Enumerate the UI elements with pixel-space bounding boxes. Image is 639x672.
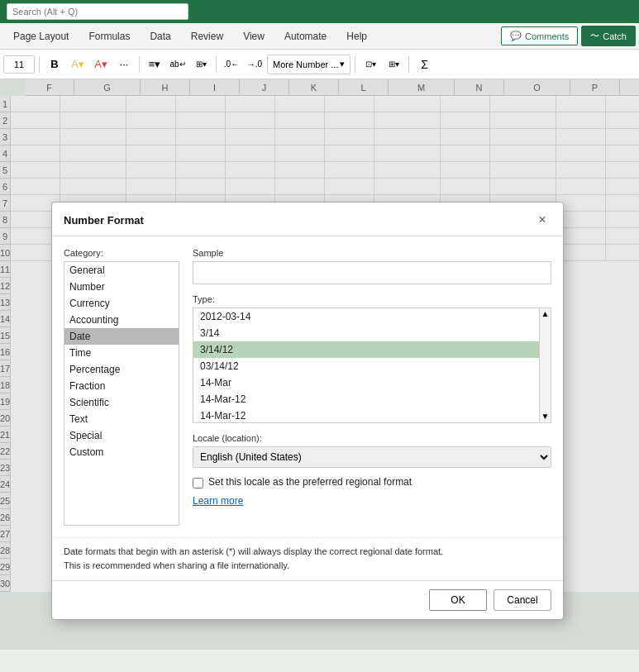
tab-help[interactable]: Help <box>336 26 377 47</box>
tab-data[interactable]: Data <box>140 26 180 47</box>
merge-button[interactable]: ⊞▾ <box>190 55 212 74</box>
number-format-buttons: .0← →.0 <box>221 55 265 74</box>
tab-automate[interactable]: Automate <box>274 26 336 47</box>
locale-checkbox[interactable] <box>193 478 203 489</box>
tab-page-layout[interactable]: Page Layout <box>3 26 79 47</box>
category-list-wrapper[interactable]: General Number Currency Accounting Date … <box>64 261 179 526</box>
dialog-close-button[interactable]: × <box>533 211 551 229</box>
separator-4 <box>355 56 355 73</box>
type-list: 2012-03-14 3/14 3/14/12 03/14/12 14-Mar … <box>193 308 551 423</box>
category-item-special[interactable]: Special <box>64 427 179 444</box>
type-scroll-down-button[interactable]: ▼ <box>540 411 551 422</box>
tab-formulas[interactable]: Formulas <box>79 26 140 47</box>
category-item-accounting[interactable]: Accounting <box>64 312 179 328</box>
category-item-text[interactable]: Text <box>64 411 179 427</box>
type-item-4[interactable]: 14-Mar <box>193 374 551 391</box>
more-number-button[interactable]: More Number ... ▾ <box>267 55 350 74</box>
dialog-body: Category: General Number Currency Accoun… <box>52 236 563 537</box>
type-item-1[interactable]: 3/14 <box>193 325 551 341</box>
category-item-date[interactable]: Date <box>64 328 179 345</box>
highlight-button[interactable]: A▾ <box>67 55 88 74</box>
number-format-dialog: Number Format × Category: General Number… <box>51 202 564 620</box>
type-label: Type: <box>193 294 551 304</box>
modal-overlay: Number Format × Category: General Number… <box>0 79 639 650</box>
ellipsis-button[interactable]: ··· <box>113 55 135 74</box>
font-size-input[interactable] <box>3 55 35 74</box>
increase-decimal-button[interactable]: →.0 <box>244 55 265 74</box>
separator-2 <box>139 56 140 73</box>
category-list: General Number Currency Accounting Date … <box>64 262 179 460</box>
ribbon-actions: 💬 Comments 〜 Catch <box>501 26 636 46</box>
more-number-chevron-icon: ▾ <box>340 59 345 69</box>
spreadsheet: F G H I J K L M N O P Q 1 2 3 4 5 6 7 8 … <box>0 79 639 650</box>
type-item-0[interactable]: 2012-03-14 <box>193 308 551 325</box>
type-scrollbar[interactable]: ▲ ▼ <box>539 308 551 422</box>
decrease-decimal-button[interactable]: .0← <box>221 55 242 74</box>
category-item-custom[interactable]: Custom <box>64 444 179 460</box>
catch-label: Catch <box>603 31 627 41</box>
type-item-3[interactable]: 03/14/12 <box>193 358 551 374</box>
dialog-footer: OK Cancel <box>52 580 563 619</box>
separator-1 <box>39 56 40 73</box>
ok-button[interactable]: OK <box>429 589 487 611</box>
locale-select[interactable]: English (United States) English (United … <box>193 446 551 468</box>
locale-checkbox-row: Set this locale as the preferred regiona… <box>193 476 551 489</box>
ribbon-tabs: Page Layout Formulas Data Review View Au… <box>0 23 639 50</box>
sum-button[interactable]: Σ <box>413 55 435 74</box>
align-button[interactable]: ≡▾ <box>144 55 165 74</box>
category-label: Category: <box>64 248 179 258</box>
catch-icon: 〜 <box>590 30 599 42</box>
sample-box <box>193 261 551 284</box>
search-input[interactable] <box>7 3 188 20</box>
category-item-fraction[interactable]: Fraction <box>64 378 179 394</box>
category-panel: Category: General Number Currency Accoun… <box>64 248 179 526</box>
type-list-wrapper[interactable]: 2012-03-14 3/14 3/14/12 03/14/12 14-Mar … <box>193 307 551 423</box>
right-panel: Sample Type: 2012-03-14 3/14 3/14/12 03/… <box>193 248 551 526</box>
separator-5 <box>408 56 409 73</box>
category-item-number[interactable]: Number <box>64 279 179 295</box>
dialog-description: Date formats that begin with an asterisk… <box>52 537 563 580</box>
type-scroll-up-button[interactable]: ▲ <box>540 308 551 320</box>
toolbar: B A▾ A▾ ··· ≡▾ ab↵ ⊞▾ .0← →.0 More Numbe… <box>0 50 639 79</box>
locale-label: Locale (location): <box>193 433 551 443</box>
cancel-button[interactable]: Cancel <box>494 589 551 611</box>
comments-label: Comments <box>525 31 569 41</box>
category-item-time[interactable]: Time <box>64 345 179 361</box>
comments-button[interactable]: 💬 Comments <box>501 26 578 45</box>
cell-style-button[interactable]: ⊡▾ <box>360 55 381 74</box>
category-item-percentage[interactable]: Percentage <box>64 361 179 378</box>
tab-review[interactable]: Review <box>181 26 233 47</box>
type-item-5[interactable]: 14-Mar-12 <box>193 391 551 407</box>
comment-icon: 💬 <box>510 31 522 41</box>
type-item-6[interactable]: 14-Mar-12 <box>193 407 551 423</box>
dialog-title: Number Format <box>64 214 144 226</box>
catch-button[interactable]: 〜 Catch <box>581 26 636 46</box>
dialog-titlebar: Number Format × <box>52 203 563 236</box>
table-format-button[interactable]: ⊞▾ <box>383 55 404 74</box>
type-item-2[interactable]: 3/14/12 <box>193 341 551 358</box>
category-item-scientific[interactable]: Scientific <box>64 394 179 411</box>
tab-view[interactable]: View <box>233 26 274 47</box>
bold-button[interactable]: B <box>44 55 65 74</box>
wrap-button[interactable]: ab↵ <box>167 55 188 74</box>
more-number-label: More Number ... <box>273 60 338 69</box>
category-item-currency[interactable]: Currency <box>64 295 179 312</box>
category-item-general[interactable]: General <box>64 262 179 279</box>
learn-more-link[interactable]: Learn more <box>193 495 243 507</box>
separator-3 <box>216 56 217 73</box>
search-bar <box>0 0 639 23</box>
locale-checkbox-label: Set this locale as the preferred regiona… <box>208 476 412 488</box>
sample-label: Sample <box>193 248 551 258</box>
font-color-button[interactable]: A▾ <box>90 55 112 74</box>
